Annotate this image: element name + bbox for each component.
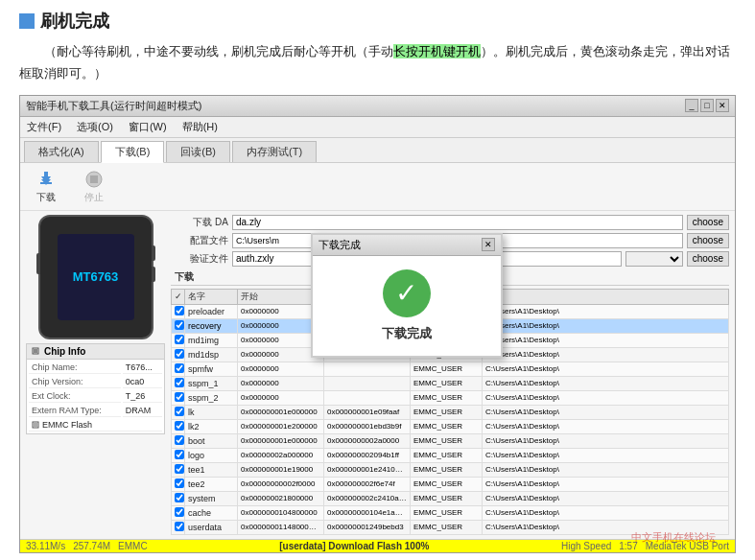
row-start: 0x00000002a000000 <box>238 448 324 462</box>
row-path: C:\Users\A1\Desktop\ <box>483 405 729 419</box>
row-path: C:\Users\A1\Desktop\ <box>483 390 729 405</box>
row-name: lk <box>185 405 238 419</box>
row-name: tee2 <box>185 477 238 491</box>
emmc-row: EMMC Flash <box>29 419 162 432</box>
row-path: C:\Users\A1\Desktop\ <box>483 433 729 448</box>
row-region: EMMC_USER <box>411 462 483 477</box>
tab-format[interactable]: 格式化(A) <box>24 141 99 162</box>
chip-version-value: 0ca0 <box>123 376 162 388</box>
stop-icon <box>83 169 105 190</box>
emmc-text: EMMC Flash <box>42 420 92 430</box>
row-path: C:\Users\A1\Desktop\ <box>483 347 729 362</box>
table-row: lk2 0x000000001e200000 0x000000001ebd3b9… <box>172 419 729 433</box>
row-path: C:\Users\A1\Desktop\ <box>483 505 729 520</box>
row-path: C:\Users\A1\Desktop\ <box>483 318 729 333</box>
row-checkbox[interactable] <box>172 347 185 362</box>
row-checkbox[interactable] <box>172 362 185 376</box>
row-path: C:\Users\A1\Desktop\ <box>483 304 729 318</box>
row-name: recovery <box>185 318 238 333</box>
stop-button[interactable]: 停止 <box>76 167 112 206</box>
row-end: 0x000000001e2410ad7 <box>324 462 411 477</box>
row-start: 0x0000000 <box>238 362 324 376</box>
row-checkbox[interactable] <box>172 433 185 448</box>
dialog-title: 下载完成 <box>319 238 361 252</box>
row-end: 0x000000002c2410ad7 <box>324 491 411 505</box>
row-checkbox[interactable] <box>172 390 185 405</box>
success-dialog: 下载完成 ✕ ✓ 下载完成 <box>311 233 503 358</box>
verify-select[interactable] <box>625 251 683 267</box>
dialog-message: 下载完成 <box>382 325 432 342</box>
row-start: 0x00000001148000000 <box>238 520 324 534</box>
row-checkbox[interactable] <box>172 520 185 534</box>
chip-name-row: Chip Name: T676... <box>29 362 162 374</box>
row-end: 0x000000002094b1ff <box>324 448 411 462</box>
row-start: 0x000000001e19000 <box>238 462 324 477</box>
maximize-button[interactable]: □ <box>700 99 714 112</box>
row-start: 0x0000000104800000 <box>238 505 324 520</box>
da-choose-button[interactable]: choose <box>687 215 729 230</box>
config-label: 配置文件 <box>171 234 228 247</box>
row-checkbox[interactable] <box>172 477 185 491</box>
extern-ram-row: Extern RAM Type: DRAM <box>29 405 162 417</box>
row-checkbox[interactable] <box>172 462 185 477</box>
status-bar: 33.11M/s 257.74M EMMC [userdata] Downloa… <box>20 539 735 552</box>
row-name: sspm_1 <box>185 376 238 390</box>
download-button[interactable]: 下载 <box>28 167 64 206</box>
window-controls[interactable]: _ □ ✕ <box>685 99 729 112</box>
dialog-close-button[interactable]: ✕ <box>482 238 495 251</box>
status-mode: High Speed <box>561 541 611 551</box>
row-name: boot <box>185 433 238 448</box>
ext-clock-value: T_26 <box>123 390 162 403</box>
verify-choose-button[interactable]: choose <box>687 251 729 267</box>
minimize-button[interactable]: _ <box>685 99 698 112</box>
row-end: 0x00000000104e1a0e7 <box>324 505 411 520</box>
phone-vol-button <box>36 253 40 274</box>
row-checkbox[interactable] <box>172 376 185 390</box>
phone-screen: MT6763 <box>58 234 134 320</box>
title-icon <box>19 13 35 29</box>
menu-options[interactable]: 选项(O) <box>74 119 116 135</box>
row-path: C:\Users\A1\Desktop\ <box>483 376 729 390</box>
row-checkbox[interactable] <box>172 505 185 520</box>
menubar: 文件(F) 选项(O) 窗口(W) 帮助(H) <box>20 117 735 138</box>
row-path: C:\Users\A1\Desktop\ <box>483 477 729 491</box>
row-region: EMMC_USER <box>411 376 483 390</box>
menu-file[interactable]: 文件(F) <box>24 119 64 135</box>
row-checkbox[interactable] <box>172 419 185 433</box>
tab-readback[interactable]: 回读(B) <box>166 141 230 162</box>
chip-name-label: Chip Name: <box>29 362 121 374</box>
page-title: 刷机完成 <box>40 10 109 33</box>
row-name: logo <box>185 448 238 462</box>
tab-download[interactable]: 下载(B) <box>101 141 165 163</box>
row-region: EMMC_USER <box>411 520 483 534</box>
da-label: 下载 DA <box>171 216 228 229</box>
row-start: 0x000000001e200000 <box>238 419 324 433</box>
row-checkbox[interactable] <box>172 448 185 462</box>
row-checkbox[interactable] <box>172 405 185 419</box>
da-input[interactable] <box>232 215 683 230</box>
table-row: tee1 0x000000001e19000 0x000000001e2410a… <box>172 462 729 477</box>
menu-help[interactable]: 帮助(H) <box>179 119 221 135</box>
download-label: 下载 <box>36 191 56 204</box>
row-start: 0x000000001e000000 <box>238 433 324 448</box>
svg-rect-6 <box>90 175 98 183</box>
config-choose-button[interactable]: choose <box>687 233 729 248</box>
menu-window[interactable]: 窗口(W) <box>126 119 170 135</box>
row-checkbox[interactable] <box>172 304 185 318</box>
close-button[interactable]: ✕ <box>716 99 729 112</box>
row-checkbox[interactable] <box>172 491 185 505</box>
row-path: C:\Users\A1\Desktop\ <box>483 448 729 462</box>
success-check-circle: ✓ <box>383 269 431 317</box>
phone-power-button <box>152 245 155 261</box>
verify-label: 验证文件 <box>171 252 228 266</box>
row-end: 0x0000000002a0000 <box>324 433 411 448</box>
row-checkbox[interactable] <box>172 318 185 333</box>
svg-rect-10 <box>34 423 37 427</box>
da-form-row: 下载 DA choose <box>171 215 729 230</box>
row-name: cache <box>185 505 238 520</box>
row-checkbox[interactable] <box>172 333 185 347</box>
emmc-icon <box>32 421 39 429</box>
tab-memory-test[interactable]: 内存测试(T) <box>232 141 317 162</box>
row-name: lk2 <box>185 419 238 433</box>
table-row: tee2 0x00000000002f0000 0x000000002f6e74… <box>172 477 729 491</box>
